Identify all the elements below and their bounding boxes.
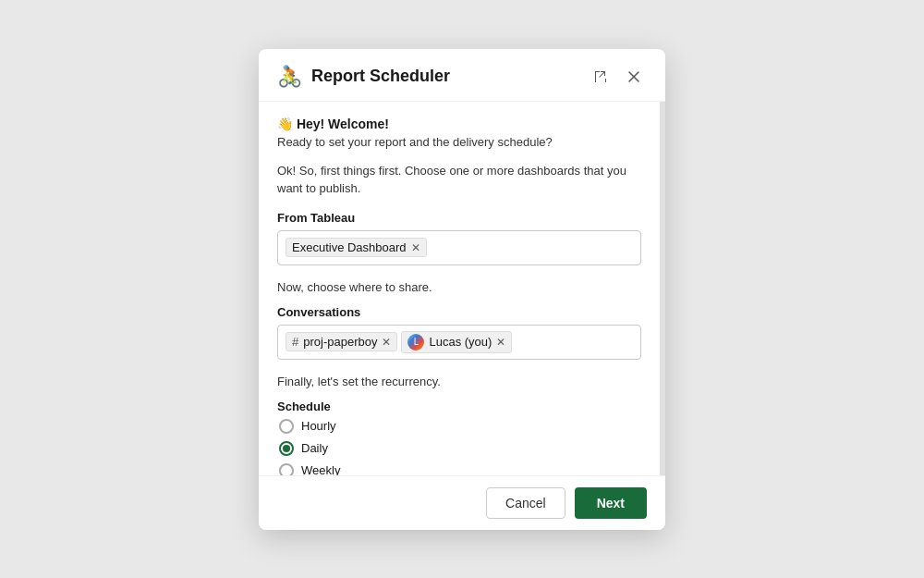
recurrency-instruction: Finally, let's set the recurrency. [277, 375, 641, 388]
conversations-instruction: Now, choose where to share. [277, 280, 641, 294]
schedule-daily-label: Daily [301, 441, 328, 455]
user-tag-lucas: L Lucas (you) ✕ [401, 331, 512, 353]
schedule-section: Schedule Hourly Daily Weekly [277, 400, 641, 475]
conversations-label: Conversations [277, 305, 641, 319]
user-tag-name: Lucas (you) [429, 335, 492, 349]
modal-title-icon: 🚴 [277, 67, 302, 87]
schedule-daily-radio[interactable] [279, 441, 294, 456]
from-tableau-label: From Tableau [277, 211, 641, 225]
schedule-label: Schedule [277, 400, 641, 413]
channel-tag-proj-paperboy: # proj-paperboy ✕ [286, 332, 397, 351]
welcome-subtext: Ready to set your report and the deliver… [277, 135, 641, 149]
dashboard-tag-input[interactable]: Executive Dashboard ✕ [277, 230, 641, 265]
schedule-daily-option[interactable]: Daily [279, 441, 641, 456]
modal-header: 🚴 Report Scheduler [259, 49, 665, 102]
channel-tag-name: proj-paperboy [303, 335, 377, 349]
welcome-heading: 👋 Hey! Welcome! [277, 117, 641, 131]
schedule-weekly-label: Weekly [301, 463, 340, 475]
external-link-button[interactable] [588, 64, 614, 90]
schedule-weekly-radio[interactable] [279, 463, 294, 475]
channel-tag-remove[interactable]: ✕ [382, 337, 391, 348]
schedule-hourly-option[interactable]: Hourly [279, 419, 641, 434]
modal-overlay: 🚴 Report Scheduler 👋 Hey! Welcome [0, 0, 924, 578]
welcome-section: 👋 Hey! Welcome! Ready to set your report… [277, 117, 641, 149]
cancel-button[interactable]: Cancel [486, 487, 565, 519]
dashboard-tag: Executive Dashboard ✕ [286, 238, 427, 257]
dashboard-tag-remove[interactable]: ✕ [411, 242, 420, 253]
modal-title: Report Scheduler [311, 67, 578, 86]
next-button[interactable]: Next [575, 487, 647, 519]
report-scheduler-modal: 🚴 Report Scheduler 👋 Hey! Welcome [259, 49, 665, 530]
schedule-weekly-option[interactable]: Weekly [279, 463, 641, 475]
user-tag-remove[interactable]: ✕ [496, 337, 505, 348]
channel-hash-icon: # [292, 335, 298, 349]
schedule-hourly-radio[interactable] [279, 419, 294, 434]
modal-footer: Cancel Next [259, 475, 665, 530]
close-button[interactable] [621, 64, 647, 90]
schedule-hourly-label: Hourly [301, 419, 336, 433]
instruction-text: Ok! So, first things first. Choose one o… [277, 162, 641, 198]
user-avatar: L [407, 334, 424, 350]
conversations-tag-input[interactable]: # proj-paperboy ✕ L Lucas (you) ✕ [277, 325, 641, 360]
dashboard-tag-text: Executive Dashboard [292, 240, 407, 254]
modal-body: 👋 Hey! Welcome! Ready to set your report… [259, 102, 665, 475]
schedule-radio-group: Hourly Daily Weekly Monthly [277, 419, 641, 475]
modal-header-actions [588, 64, 647, 90]
